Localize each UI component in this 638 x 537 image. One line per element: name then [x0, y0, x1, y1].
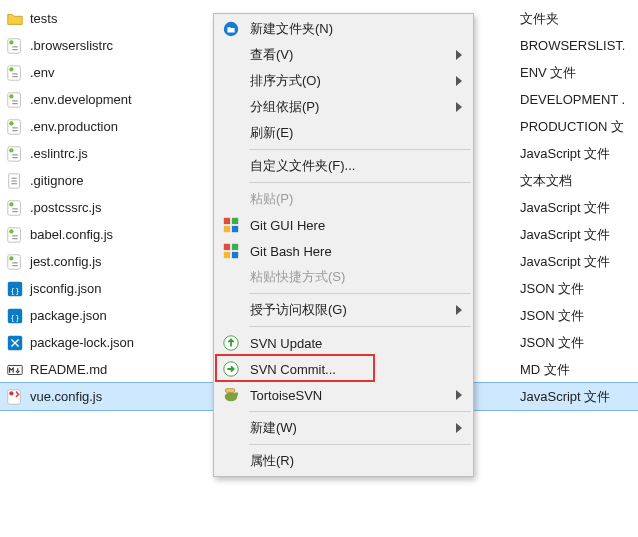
svg-rect-4	[8, 92, 21, 106]
menu-item: 粘贴(P)	[215, 186, 472, 212]
svg-rect-31	[232, 244, 238, 250]
tortoise-icon	[221, 385, 241, 405]
file-type-label: JavaScript 文件	[520, 199, 638, 217]
menu-item[interactable]: 新建(W)	[215, 415, 472, 441]
svg-point-12	[9, 202, 13, 206]
svg-point-1	[9, 40, 13, 44]
svg-text:{ }: { }	[11, 285, 19, 294]
file-name: vue.config.js	[30, 389, 102, 404]
context-menu[interactable]: 新建文件夹(N)查看(V)排序方式(O)分组依据(P)刷新(E)自定义文件夹(F…	[213, 13, 474, 477]
svg-text:{ }: { }	[11, 312, 19, 321]
js-icon	[6, 199, 24, 217]
svg-rect-11	[8, 200, 21, 214]
file-type-label: 文本文档	[520, 172, 638, 190]
file-name: .eslintrc.js	[30, 146, 88, 161]
file-name: package.json	[30, 308, 107, 323]
menu-item[interactable]: 授予访问权限(G)	[215, 297, 472, 323]
menu-item[interactable]: 排序方式(O)	[215, 68, 472, 94]
chevron-right-icon	[456, 423, 462, 433]
file-type-label: JSON 文件	[520, 307, 638, 325]
menu-item-label: 刷新(E)	[250, 124, 293, 142]
menu-item-label: 粘贴快捷方式(S)	[250, 268, 345, 286]
menu-item-label: 粘贴(P)	[250, 190, 293, 208]
svg-rect-38	[226, 389, 235, 393]
js-icon	[6, 64, 24, 82]
svg-point-9	[9, 148, 13, 152]
file-type-label: JavaScript 文件	[520, 226, 638, 244]
chevron-right-icon	[456, 76, 462, 86]
menu-item-label: 查看(V)	[250, 46, 293, 64]
menu-item[interactable]: SVN Commit...	[215, 356, 472, 382]
svn-commit-icon	[221, 359, 241, 379]
folder-icon	[6, 0, 24, 1]
svg-rect-2	[8, 65, 21, 79]
file-name: README.md	[30, 362, 107, 377]
svg-rect-33	[232, 252, 238, 258]
menu-separator	[249, 149, 471, 150]
svg-rect-27	[232, 218, 238, 224]
menu-item[interactable]: 分组依据(P)	[215, 94, 472, 120]
svg-rect-23	[8, 389, 21, 403]
js-icon	[6, 91, 24, 109]
svg-point-37	[235, 392, 239, 396]
file-name: .browserslistrc	[30, 38, 113, 53]
svg-point-5	[9, 94, 13, 98]
md-icon	[6, 361, 24, 379]
json-icon: { }	[6, 307, 24, 325]
jsonvs-icon	[6, 334, 24, 352]
menu-item[interactable]: SVN Update	[215, 330, 472, 356]
file-type-label: PRODUCTION 文	[520, 118, 638, 136]
menu-separator	[249, 293, 471, 294]
menu-item-label: 新建文件夹(N)	[250, 20, 333, 38]
git-icon	[221, 241, 241, 261]
svg-rect-28	[224, 226, 230, 232]
file-name: .gitignore	[30, 173, 83, 188]
svn-update-icon	[221, 333, 241, 353]
file-type-label: ENV 文件	[520, 64, 638, 82]
svg-rect-29	[232, 226, 238, 232]
menu-item-label: SVN Update	[250, 336, 322, 351]
file-name: .env.production	[30, 119, 118, 134]
file-type-label: 文件夹	[520, 10, 638, 28]
svg-rect-26	[224, 218, 230, 224]
svg-rect-0	[8, 38, 21, 52]
js-icon	[6, 145, 24, 163]
file-name: tests	[30, 11, 57, 26]
js-icon	[6, 226, 24, 244]
chevron-right-icon	[456, 102, 462, 112]
chevron-right-icon	[456, 305, 462, 315]
menu-item[interactable]: 新建文件夹(N)	[215, 16, 472, 42]
menu-separator	[249, 326, 471, 327]
svg-point-14	[9, 229, 13, 233]
menu-item-label: 分组依据(P)	[250, 98, 319, 116]
menu-item[interactable]: 属性(R)	[215, 448, 472, 474]
menu-separator	[249, 444, 471, 445]
file-type-label: BROWSERSLIST.	[520, 38, 638, 53]
menu-item[interactable]: 查看(V)	[215, 42, 472, 68]
menu-item[interactable]: TortoiseSVN	[215, 382, 472, 408]
menu-item-label: 排序方式(O)	[250, 72, 321, 90]
menu-item[interactable]: Git GUI Here	[215, 212, 472, 238]
svg-rect-6	[8, 119, 21, 133]
menu-item: 粘贴快捷方式(S)	[215, 264, 472, 290]
svg-point-7	[9, 121, 13, 125]
file-type-label: JavaScript 文件	[520, 388, 638, 406]
file-type-label: DEVELOPMENT .	[520, 92, 638, 107]
menu-item[interactable]: 刷新(E)	[215, 120, 472, 146]
file-name: package-lock.json	[30, 335, 134, 350]
chevron-right-icon	[456, 50, 462, 60]
new-folder-icon	[221, 19, 241, 39]
folder-icon	[6, 10, 24, 28]
menu-item-label: TortoiseSVN	[250, 388, 322, 403]
menu-item-label: Git Bash Here	[250, 244, 332, 259]
menu-item[interactable]: 自定义文件夹(F)...	[215, 153, 472, 179]
menu-item-label: 新建(W)	[250, 419, 297, 437]
file-name: .env.development	[30, 92, 132, 107]
txt-icon	[6, 172, 24, 190]
chevron-right-icon	[456, 390, 462, 400]
file-name: jest.config.js	[30, 254, 102, 269]
menu-item[interactable]: Git Bash Here	[215, 238, 472, 264]
menu-item-label: 属性(R)	[250, 452, 294, 470]
menu-item-label: Git GUI Here	[250, 218, 325, 233]
svg-rect-15	[8, 254, 21, 268]
